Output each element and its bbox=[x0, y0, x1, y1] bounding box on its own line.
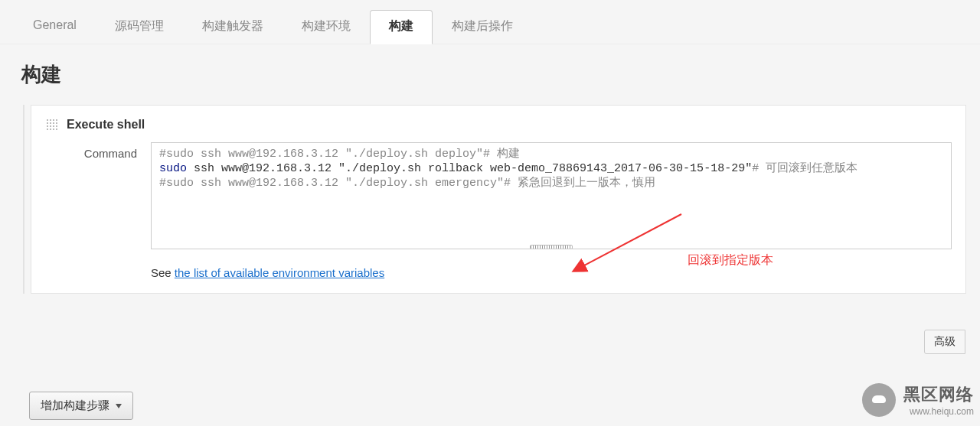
command-label: Command bbox=[45, 142, 137, 160]
section-title: 构建 bbox=[21, 61, 959, 88]
code-line-2: sudo ssh www@192.168.3.12 "./deploy.sh r… bbox=[159, 162, 858, 175]
watermark-title: 黑区网络 bbox=[903, 383, 974, 406]
watermark: 黑区网络 www.heiqu.com bbox=[862, 383, 974, 417]
config-tabs: General 源码管理 构建触发器 构建环境 构建 构建后操作 bbox=[0, 0, 980, 44]
build-steps: Execute shell Command #sudo ssh www@192.… bbox=[23, 105, 966, 294]
step-title: Execute shell bbox=[67, 118, 145, 132]
env-vars-help: See the list of available environment va… bbox=[151, 266, 952, 279]
add-build-step-label: 增加构建步骤 bbox=[41, 398, 109, 413]
build-step-execute-shell: Execute shell Command #sudo ssh www@192.… bbox=[31, 105, 966, 294]
add-build-step-button[interactable]: 增加构建步骤 bbox=[29, 392, 133, 420]
tab-build[interactable]: 构建 bbox=[370, 10, 433, 44]
build-section: 构建 bbox=[0, 44, 980, 96]
advanced-button[interactable]: 高级 bbox=[924, 330, 965, 354]
code-line-3: #sudo ssh www@192.168.3.12 "./deploy.sh … bbox=[159, 177, 655, 190]
tab-post-build[interactable]: 构建后操作 bbox=[433, 10, 532, 44]
tab-general[interactable]: General bbox=[14, 10, 96, 44]
tab-env[interactable]: 构建环境 bbox=[283, 10, 370, 44]
watermark-logo-icon bbox=[862, 383, 896, 417]
watermark-url: www.heiqu.com bbox=[903, 406, 974, 417]
code-line-1: #sudo ssh www@192.168.3.12 "./deploy.sh … bbox=[159, 148, 520, 161]
chevron-down-icon bbox=[116, 404, 122, 408]
tab-scm[interactable]: 源码管理 bbox=[96, 10, 183, 44]
drag-handle-icon[interactable] bbox=[45, 118, 59, 132]
textarea-resize-handle[interactable] bbox=[530, 245, 573, 249]
command-textarea[interactable]: #sudo ssh www@192.168.3.12 "./deploy.sh … bbox=[151, 142, 952, 249]
tab-triggers[interactable]: 构建触发器 bbox=[183, 10, 283, 44]
env-vars-link[interactable]: the list of available environment variab… bbox=[175, 266, 384, 279]
